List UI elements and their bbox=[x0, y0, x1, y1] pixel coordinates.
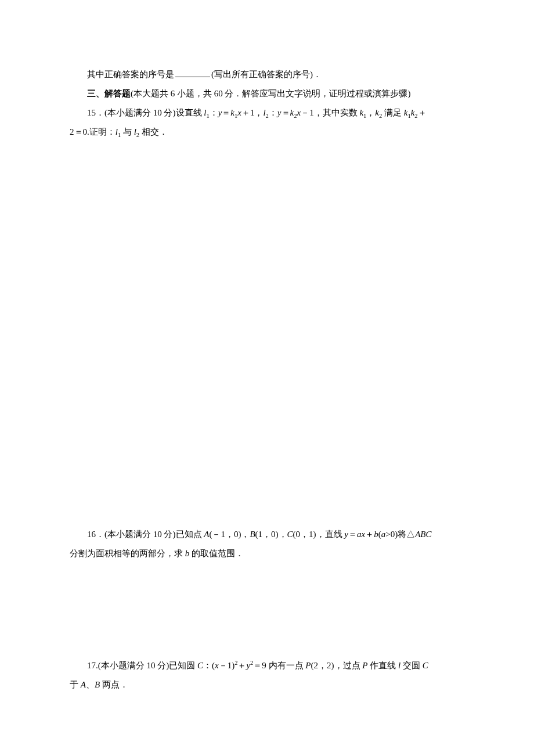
q15-plus: ＋ bbox=[418, 108, 427, 117]
q16-Cpt: (0，1)，直线 bbox=[293, 530, 345, 539]
q15-eq1-eq: ＝ bbox=[222, 108, 230, 117]
q17-sep: 、 bbox=[86, 680, 95, 689]
section-3-header: 三、解答题(本大题共 6 小题，共 60 分．解答应写出文字说明，证明过程或演算… bbox=[70, 84, 464, 103]
q15-eq1-k: k bbox=[230, 108, 234, 117]
answer-hint-suffix: (写出所有正确答案的序号)． bbox=[211, 70, 322, 79]
q16-plus: ＋ bbox=[365, 530, 374, 539]
q17-C2: C bbox=[423, 661, 428, 670]
section-3-label: 三、解答题 bbox=[87, 89, 131, 98]
q16-C: C bbox=[287, 530, 293, 539]
q17-B: B bbox=[95, 680, 100, 689]
q15-l2-colon: ： bbox=[269, 108, 277, 117]
q17-plus: ＋ bbox=[237, 661, 246, 670]
question-17: 17.(本小题满分 10 分)已知圆 C：(x－1)2＋y2＝9 内有一点 P(… bbox=[70, 656, 464, 675]
q17-number: 17. bbox=[87, 661, 98, 670]
q16-a: a bbox=[357, 530, 362, 539]
q16-B: B bbox=[250, 530, 255, 539]
q16-line2b: 的取值范围． bbox=[189, 549, 244, 558]
workspace-q16 bbox=[70, 563, 464, 656]
fill-in-blank[interactable] bbox=[175, 69, 210, 78]
answer-hint-prefix: 其中正确答案的序号是 bbox=[87, 70, 174, 79]
q17-Ppt: (2，2)，过点 bbox=[311, 661, 363, 670]
q15-text-1: 设直线 bbox=[176, 108, 204, 117]
q16-points: (本小题满分 10 分) bbox=[104, 530, 176, 539]
q16-Apt: (－1，0)， bbox=[209, 530, 250, 539]
q16-text-1: 已知点 bbox=[176, 530, 204, 539]
q17-C: C bbox=[197, 661, 203, 670]
q15-and: 与 bbox=[121, 127, 134, 136]
q17-eq: ＝9 内有一点 bbox=[253, 661, 305, 670]
q15-number: 15． bbox=[87, 108, 104, 117]
q17-line2a: 于 bbox=[70, 680, 81, 689]
q15-eq2-y: y bbox=[277, 108, 282, 117]
q15-satisfy: 满足 bbox=[382, 108, 404, 117]
q17-colon: ：( bbox=[203, 661, 215, 670]
q17-A: A bbox=[81, 680, 86, 689]
q17-x: x bbox=[215, 661, 219, 670]
q15-eq2-tail: －1，其中实数 bbox=[301, 108, 359, 117]
q16-b: b bbox=[374, 530, 378, 539]
q15-eq1-tail: ＋1， bbox=[241, 108, 264, 117]
q15-k2: k bbox=[375, 108, 379, 117]
exam-page: 其中正确答案的序号是(写出所有正确答案的序号)． 三、解答题(本大题共 6 小题… bbox=[0, 0, 534, 694]
q17-P: P bbox=[305, 661, 311, 670]
q15-eq1-x: x bbox=[237, 108, 241, 117]
q16-eq: ＝ bbox=[348, 530, 357, 539]
question-16: 16．(本小题满分 10 分)已知点 A(－1，0)，B(1，0)，C(0，1)… bbox=[70, 525, 464, 544]
q16-line2a: 分割为面积相等的两部分，求 bbox=[70, 549, 185, 558]
q16-number: 16． bbox=[87, 530, 104, 539]
section-3-desc: (本大题共 6 小题，共 60 分．解答应写出文字说明，证明过程或演算步骤) bbox=[131, 89, 411, 98]
question-17-line2: 于 A、B 两点． bbox=[70, 675, 464, 694]
question-15: 15．(本小题满分 10 分)设直线 l1：y＝k1x＋1，l2：y＝k2x－1… bbox=[70, 103, 464, 123]
q16-gt: >0)将△ bbox=[385, 530, 415, 539]
q17-points: (本小题满分 10 分) bbox=[98, 661, 169, 670]
workspace-q15 bbox=[70, 142, 464, 525]
answer-hint-line: 其中正确答案的序号是(写出所有正确答案的序号)． bbox=[70, 65, 464, 84]
question-16-line2: 分割为面积相等的两部分，求 b 的取值范围． bbox=[70, 544, 464, 563]
q15-line2-a: 2＝0.证明： bbox=[70, 127, 116, 136]
q17-line2b: 两点． bbox=[100, 680, 128, 689]
q17-t2: 作直线 bbox=[367, 661, 398, 670]
question-15-line2: 2＝0.证明：l1 与 l2 相交． bbox=[70, 123, 464, 142]
q16-ABC: ABC bbox=[415, 530, 431, 539]
q15-eq2-eq: ＝ bbox=[282, 108, 290, 117]
q17-text-1: 已知圆 bbox=[169, 661, 197, 670]
q15-comma: ， bbox=[366, 108, 375, 117]
q16-Bpt: (1，0)， bbox=[255, 530, 287, 539]
q17-t3: 交圆 bbox=[400, 661, 423, 670]
q15-l1-colon: ： bbox=[210, 108, 218, 117]
q15-points: (本小题满分 10 分) bbox=[104, 108, 176, 117]
q15-intersect: 相交． bbox=[139, 127, 168, 136]
q17-minus: －1) bbox=[219, 661, 235, 670]
